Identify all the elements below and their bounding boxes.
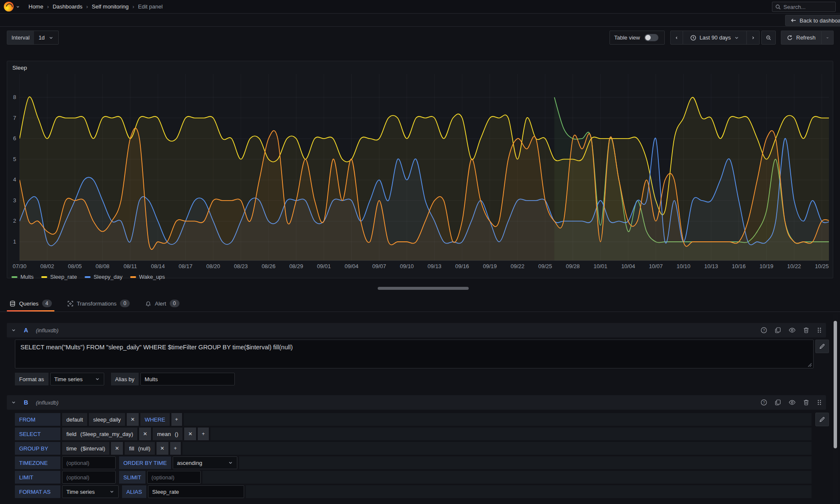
table-view-toggle[interactable] xyxy=(644,34,658,41)
format-as-label: Format as xyxy=(15,373,48,385)
add-segment-button[interactable]: + xyxy=(198,428,208,440)
trash-icon[interactable] xyxy=(803,327,809,334)
limit-label: LIMIT xyxy=(15,471,60,484)
drag-handle-icon[interactable] xyxy=(817,327,822,334)
time-range-back-button[interactable] xyxy=(670,31,683,45)
remove-segment-button[interactable]: ✕ xyxy=(127,413,139,426)
back-to-dashboard-button[interactable]: Back to dashboard xyxy=(785,15,840,26)
logo-chevron-down-icon[interactable] xyxy=(15,4,20,9)
zoom-out-button[interactable] xyxy=(761,31,776,45)
eye-icon[interactable] xyxy=(789,399,796,406)
query-a-datasource: (influxdb) xyxy=(36,327,58,334)
svg-text:08/08: 08/08 xyxy=(96,263,110,269)
remove-segment-button[interactable]: ✕ xyxy=(157,442,168,455)
vertical-scrollbar-track[interactable] xyxy=(833,314,838,504)
eye-icon[interactable] xyxy=(789,327,796,334)
svg-text:08/14: 08/14 xyxy=(151,263,165,269)
groupby-fill-segment[interactable]: fill(null) xyxy=(125,442,154,455)
segment-fn: fill xyxy=(129,445,134,452)
query-b-header[interactable]: B (influxdb) ? xyxy=(7,395,826,410)
interval-select[interactable]: 1d xyxy=(34,31,58,44)
sleep-panel: Sleep 1234567807/3008/0208/0508/0808/110… xyxy=(7,61,833,278)
time-range-forward-button[interactable] xyxy=(747,31,760,45)
alias-input[interactable] xyxy=(148,485,244,498)
query-b-toggle-editor-button[interactable] xyxy=(815,413,829,426)
breadcrumb-self-monitoring[interactable]: Self monitoring xyxy=(92,3,129,10)
refresh-button[interactable]: Refresh xyxy=(781,31,822,45)
breadcrumb-dashboards[interactable]: Dashboards xyxy=(53,3,83,10)
duplicate-icon[interactable] xyxy=(775,399,781,406)
trash-icon[interactable] xyxy=(803,399,809,406)
top-nav-bar: Home › Dashboards › Self monitoring › Ed… xyxy=(0,0,840,13)
refresh-label: Refresh xyxy=(796,34,816,41)
select-label: SELECT xyxy=(15,428,60,440)
legend-label: Mults xyxy=(20,274,34,280)
search-input[interactable]: Search... xyxy=(772,2,836,12)
legend-mark xyxy=(85,276,91,278)
select-field-segment[interactable]: field(Sleep_rate_my_day) xyxy=(62,428,137,440)
breadcrumb-home[interactable]: Home xyxy=(28,3,43,10)
limit-input[interactable] xyxy=(62,471,116,484)
alias-by-input[interactable] xyxy=(140,373,235,385)
horizontal-scrollbar[interactable] xyxy=(378,287,469,290)
collapse-chevron-icon[interactable] xyxy=(11,328,16,333)
legend-item-sleepy-day[interactable]: Sleepy_day xyxy=(85,274,122,280)
time-range-picker-button[interactable]: Last 90 days xyxy=(683,31,747,45)
query-a-toggle-editor-button[interactable] xyxy=(815,340,829,353)
legend-item-sleep-rate[interactable]: Sleep_rate xyxy=(41,274,77,280)
vertical-scrollbar-thumb[interactable] xyxy=(834,321,837,448)
svg-text:08/29: 08/29 xyxy=(289,263,303,269)
drag-handle-icon[interactable] xyxy=(817,399,822,406)
search-placeholder: Search... xyxy=(783,4,806,10)
svg-text:10/25: 10/25 xyxy=(815,263,829,269)
tab-count-badge: 0 xyxy=(120,300,130,307)
query-a-header[interactable]: A (influxdb) ? xyxy=(7,323,826,337)
add-condition-button[interactable]: + xyxy=(171,413,182,426)
order-by-time-select[interactable]: ascending xyxy=(173,456,237,469)
row-filler xyxy=(239,456,812,469)
zoom-out-icon xyxy=(766,35,771,41)
help-icon[interactable]: ? xyxy=(760,399,767,406)
select-mean-segment[interactable]: mean() xyxy=(153,428,182,440)
order-by-time-value: ascending xyxy=(177,460,202,466)
tab-transformations[interactable]: Transformations 0 xyxy=(65,297,132,310)
refresh-group: Refresh xyxy=(781,31,834,45)
format-as-select[interactable]: Time series xyxy=(62,485,119,498)
add-segment-button[interactable]: + xyxy=(170,442,181,455)
database-icon xyxy=(9,300,16,307)
query-a-sql-editor[interactable] xyxy=(15,340,814,368)
from-measurement-segment[interactable]: sleep_daily xyxy=(89,413,125,426)
from-retention-segment[interactable]: default xyxy=(62,413,87,426)
slimit-input[interactable] xyxy=(147,471,201,484)
chevron-down-icon xyxy=(734,35,739,40)
sleep-chart: 1234567807/3008/0208/0508/0808/1108/1408… xyxy=(7,61,833,272)
refresh-interval-dropdown[interactable] xyxy=(822,31,834,45)
query-a-refid[interactable]: A xyxy=(24,327,28,334)
where-keyword-segment[interactable]: WHERE xyxy=(140,413,169,426)
interval-control: Interval 1d xyxy=(7,31,59,45)
order-by-time-label: ORDER BY TIME xyxy=(119,456,171,469)
interval-value: 1d xyxy=(39,34,45,41)
duplicate-icon[interactable] xyxy=(775,327,781,334)
help-icon[interactable]: ? xyxy=(760,327,767,334)
tab-alert[interactable]: Alert 0 xyxy=(142,297,182,310)
bell-icon xyxy=(145,300,151,307)
remove-segment-button[interactable]: ✕ xyxy=(111,442,123,455)
groupby-time-segment[interactable]: time($interval) xyxy=(62,442,109,455)
query-b-refid[interactable]: B xyxy=(24,399,28,406)
timezone-label: TIMEZONE xyxy=(15,456,60,469)
grafana-logo-icon[interactable] xyxy=(4,2,14,11)
textarea-resize-handle[interactable] xyxy=(807,362,812,367)
timezone-input[interactable] xyxy=(62,456,116,469)
breadcrumb-separator-icon: › xyxy=(47,4,49,10)
row-filler xyxy=(246,485,812,498)
format-as-select[interactable]: Time series xyxy=(50,373,104,385)
remove-segment-button[interactable]: ✕ xyxy=(139,428,151,440)
legend-item-mults[interactable]: Mults xyxy=(11,274,34,280)
tab-queries[interactable]: Queries 4 xyxy=(7,297,54,310)
divider xyxy=(0,26,840,27)
remove-segment-button[interactable]: ✕ xyxy=(184,428,196,440)
table-view-label: Table view xyxy=(614,34,640,41)
legend-item-wake-ups[interactable]: Wake_ups xyxy=(130,274,165,280)
collapse-chevron-icon[interactable] xyxy=(11,400,16,405)
